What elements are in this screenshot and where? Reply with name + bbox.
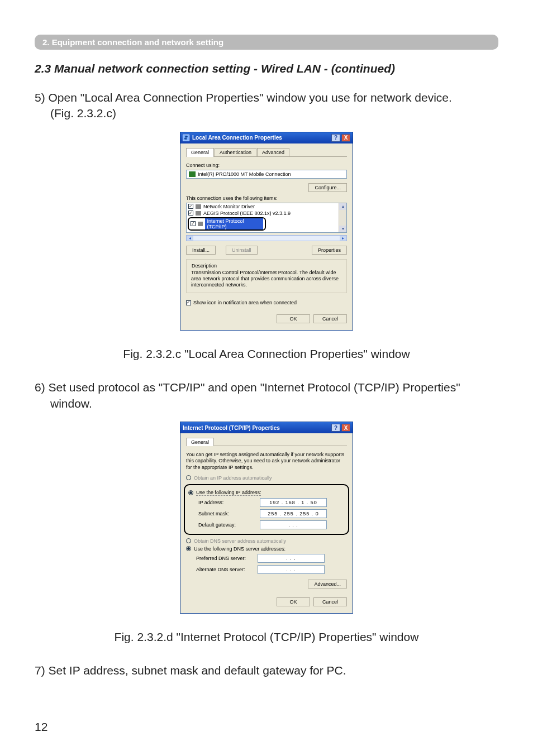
configure-button[interactable]: Configure... — [308, 183, 347, 192]
titlebar: ⇵ Local Area Connection Properties ? X — [180, 132, 353, 143]
help-button[interactable]: ? — [331, 424, 340, 432]
dialog-title: Local Area Connection Properties — [192, 135, 282, 141]
adapter-name: Intel(R) PRO/1000 MT Mobile Connection — [198, 171, 291, 177]
radio-label: Obtain DNS server address automatically — [194, 538, 286, 544]
radio-label: Obtain an IP address automatically — [194, 475, 272, 481]
checkbox-icon[interactable]: ✓ — [188, 210, 193, 216]
ip-address-label: IP address: — [198, 500, 260, 505]
list-item-label: Network Monitor Driver — [203, 204, 255, 209]
alternate-dns-field[interactable]: . . . — [258, 565, 325, 574]
scrollbar-horizontal[interactable]: ◂ ▸ — [186, 235, 347, 241]
list-item-label: AEGIS Protocol (IEEE 802.1x) v2.3.1.9 — [203, 210, 291, 216]
step-5-line1: 5) Open "Local Area Connection Propertie… — [35, 91, 452, 104]
dialog-title: Internet Protocol (TCP/IP) Properties — [183, 425, 280, 431]
step-7: 7) Set IP address, subnet mask and defau… — [35, 663, 498, 678]
checkbox-icon[interactable]: ✓ — [191, 221, 196, 226]
radio-icon — [186, 546, 191, 551]
uses-items-label: This connection uses the following items… — [186, 195, 347, 201]
radio-label: Use the following IP address: — [196, 490, 261, 496]
show-icon-row[interactable]: ✓ Show icon in notification area when co… — [186, 300, 347, 305]
radio-icon — [186, 538, 191, 543]
subnet-mask-field[interactable]: 255 . 255 . 255 . 0 — [260, 509, 327, 518]
close-button[interactable]: X — [341, 134, 350, 142]
list-item[interactable]: ✓ Network Monitor Driver — [187, 203, 339, 210]
ip-help-text: You can get IP settings assigned automat… — [186, 452, 347, 471]
tabs: General Authentication Advanced — [186, 148, 347, 157]
description-fieldset: Description Transmission Control Protoco… — [186, 259, 347, 294]
scroll-up-icon[interactable]: ▴ — [339, 203, 346, 210]
radio-icon — [188, 490, 193, 495]
description-legend: Description — [190, 263, 218, 269]
preferred-dns-field[interactable]: . . . — [258, 554, 325, 563]
checkbox-icon[interactable]: ✓ — [186, 300, 191, 305]
protocol-icon — [198, 222, 203, 226]
radio-icon — [186, 475, 191, 480]
scroll-left-icon[interactable]: ◂ — [187, 236, 193, 241]
radio-use-dns[interactable]: Use the following DNS server addresses: — [186, 546, 347, 552]
scroll-right-icon[interactable]: ▸ — [340, 236, 346, 241]
driver-icon — [196, 204, 201, 209]
figure-caption-2: Fig. 2.3.2.d "Internet Protocol (TCP/IP)… — [35, 630, 498, 644]
ok-button[interactable]: OK — [277, 314, 310, 323]
connect-using-label: Connect using: — [186, 162, 347, 168]
step-5-line2: (Fig. 2.3.2.c) — [35, 106, 116, 121]
scrollbar-vertical[interactable]: ▴ ▾ — [339, 203, 346, 232]
step-6-line1: 6) Set used protocol as "TCP/IP" and ope… — [35, 381, 460, 394]
show-icon-label: Show icon in notification area when conn… — [193, 300, 297, 305]
driver-icon — [196, 211, 201, 216]
description-text: Transmission Control Protocol/Internet P… — [191, 270, 342, 289]
network-icon: ⇵ — [183, 135, 189, 141]
radio-obtain-ip[interactable]: Obtain an IP address automatically — [186, 475, 347, 481]
subnet-mask-label: Subnet mask: — [198, 511, 260, 516]
ip-address-field[interactable]: 192 . 168 . 1 . 50 — [260, 498, 327, 507]
step-5: 5) Open "Local Area Connection Propertie… — [35, 90, 498, 122]
list-item[interactable]: ✓ AEGIS Protocol (IEEE 802.1x) v2.3.1.9 — [187, 210, 339, 217]
close-button[interactable]: X — [341, 424, 350, 432]
adapter-field: Intel(R) PRO/1000 MT Mobile Connection — [186, 170, 347, 179]
tab-general[interactable]: General — [186, 438, 214, 446]
tab-general[interactable]: General — [186, 148, 214, 157]
adapter-icon — [189, 171, 196, 177]
properties-button[interactable]: Properties — [312, 246, 347, 255]
radio-use-ip[interactable]: Use the following IP address: — [188, 490, 345, 496]
section-bar: 2. Equipment connection and network sett… — [35, 35, 498, 50]
default-gateway-field[interactable]: . . . — [260, 520, 327, 529]
tab-authentication[interactable]: Authentication — [215, 148, 256, 156]
local-area-connection-dialog: ⇵ Local Area Connection Properties ? X G… — [180, 132, 353, 331]
tcpip-properties-dialog: Internet Protocol (TCP/IP) Properties ? … — [180, 422, 353, 614]
list-item-selected[interactable]: ✓ Internet Protocol (TCP/IP) — [188, 217, 266, 231]
tab-advanced[interactable]: Advanced — [257, 148, 289, 156]
alternate-dns-label: Alternate DNS server: — [196, 567, 258, 572]
ip-settings-highlight: Use the following IP address: IP address… — [184, 484, 349, 535]
tabs: General — [186, 438, 347, 446]
help-button[interactable]: ? — [331, 134, 340, 142]
default-gateway-label: Default gateway: — [198, 522, 260, 528]
page-number: 12 — [35, 720, 47, 734]
step-6-line2: window. — [35, 396, 92, 412]
checkbox-icon[interactable]: ✓ — [188, 204, 193, 209]
components-listbox[interactable]: ✓ Network Monitor Driver ✓ AEGIS Protoco… — [186, 203, 347, 233]
step-6: 6) Set used protocol as "TCP/IP" and ope… — [35, 380, 498, 412]
scroll-down-icon[interactable]: ▾ — [339, 226, 346, 232]
titlebar: Internet Protocol (TCP/IP) Properties ? … — [180, 422, 353, 433]
section-heading: 2.3 Manual network connection setting - … — [35, 62, 498, 75]
uninstall-button[interactable]: Uninstall — [226, 246, 258, 255]
ok-button[interactable]: OK — [277, 597, 310, 606]
radio-obtain-dns: Obtain DNS server address automatically — [186, 538, 347, 544]
figure-caption-1: Fig. 2.3.2.c "Local Area Connection Prop… — [35, 347, 498, 361]
preferred-dns-label: Preferred DNS server: — [196, 556, 258, 561]
install-button[interactable]: Install... — [186, 246, 216, 255]
cancel-button[interactable]: Cancel — [313, 314, 347, 323]
advanced-button[interactable]: Advanced... — [308, 580, 347, 588]
radio-label: Use the following DNS server addresses: — [194, 546, 285, 552]
cancel-button[interactable]: Cancel — [313, 597, 347, 606]
list-item-label: Internet Protocol (TCP/IP) — [205, 218, 263, 229]
